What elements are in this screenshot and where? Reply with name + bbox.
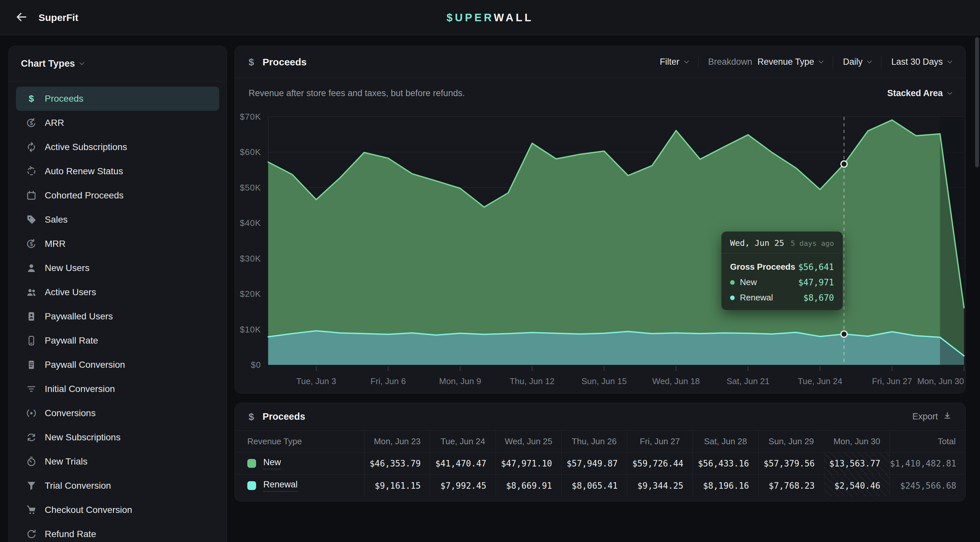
table-col-header: Fri, Jun 27: [627, 430, 692, 452]
table-cell: $7,768.23: [758, 474, 824, 497]
sidebar-item-label: New Users: [45, 263, 89, 273]
granularity-dropdown[interactable]: Daily: [843, 57, 871, 67]
table-cell: $46,353.79: [364, 452, 430, 474]
chart-types-header[interactable]: Chart Types: [9, 46, 226, 81]
autorenew-icon: [26, 142, 37, 153]
top-bar: SuperFit $UPERWALL: [0, 0, 980, 35]
sidebar-item-label: Paywall Conversion: [45, 360, 125, 370]
stacked-area-chart[interactable]: $0$10K$20K$30K$40K$50K$60K$70KTue, Jun 3…: [235, 108, 966, 394]
table-total-cell: $245,566.68: [889, 474, 966, 497]
sidebar-item-label: Initial Conversion: [45, 384, 115, 394]
svg-text:Mon, Jun 30: Mon, Jun 30: [917, 376, 964, 386]
table-cell: $7,992.45: [430, 474, 496, 497]
arrow-left-icon: [14, 10, 29, 26]
sidebar-item-paywall-rate[interactable]: Paywall Rate: [16, 328, 219, 353]
sidebar-item-cohorted-proceeds[interactable]: Cohorted Proceeds: [16, 183, 219, 207]
table-col-header: Revenue Type: [235, 430, 364, 452]
table-cell: $13,563.77: [824, 452, 889, 474]
svg-text:$60K: $60K: [240, 147, 261, 157]
tooltip-row-renewal: Renewal $8,670: [730, 293, 834, 303]
table-cell: $47,971.10: [496, 452, 561, 474]
sidebar-item-active-users[interactable]: Active Users: [16, 280, 219, 304]
tooltip-header: Wed, Jun 25 5 days ago: [722, 232, 843, 253]
chart-types-sidebar: Chart Types $Proceeds$ARRActive Subscrip…: [8, 46, 227, 542]
target-icon: [26, 408, 37, 419]
superwall-logo: $UPERWALL: [447, 11, 533, 24]
sidebar-item-conversions[interactable]: Conversions: [16, 401, 219, 425]
chevron-down-icon: [819, 59, 824, 64]
cart-icon: [26, 504, 37, 515]
chart-type-dropdown[interactable]: Stacked Area: [887, 88, 951, 99]
proceeds-table-panel: $ Proceeds Export Revenue TypeMon, Jun 2…: [235, 403, 966, 502]
table-col-header: Thu, Jun 26: [561, 430, 627, 452]
sidebar-item-label: Trial Conversion: [45, 481, 111, 491]
sidebar-item-proceeds[interactable]: $Proceeds: [16, 87, 219, 111]
table-cell: $57,379.56: [758, 452, 824, 474]
filter-dropdown[interactable]: Filter: [660, 57, 688, 67]
sidebar-item-new-subscriptions[interactable]: New Subscriptions: [16, 425, 219, 450]
sidebar-item-label: Sales: [45, 214, 68, 225]
chart-subtitle: Revenue after store fees and taxes, but …: [248, 88, 465, 99]
back-button[interactable]: [14, 10, 29, 25]
breakdown-dropdown[interactable]: Breakdown Revenue Type: [708, 57, 823, 67]
sidebar-item-label: New Subscriptions: [45, 432, 121, 443]
tag-icon: [26, 214, 37, 225]
sidebar-item-label: Paywall Rate: [45, 335, 98, 346]
tooltip-row-new: New $47,971: [730, 277, 834, 287]
user-icon: [26, 263, 37, 274]
date-range-dropdown[interactable]: Last 30 Days: [891, 57, 951, 67]
sidebar-item-label: MRR: [45, 239, 66, 249]
tooltip-row-gross: Gross Proceeds $56,641: [730, 262, 834, 272]
table-col-header: Mon, Jun 30: [824, 430, 889, 452]
sidebar-item-new-users[interactable]: New Users: [16, 256, 219, 280]
sidebar-item-active-subscriptions[interactable]: Active Subscriptions: [16, 135, 219, 159]
tooltip-relative-time: 5 days ago: [791, 239, 834, 247]
svg-text:$40K: $40K: [240, 218, 261, 228]
dollar-icon: $: [248, 57, 254, 68]
timer-icon: [26, 456, 37, 467]
sidebar-item-paywalled-users[interactable]: Paywalled Users: [16, 304, 219, 328]
svg-text:Fri, Jun 6: Fri, Jun 6: [371, 376, 406, 386]
sidebar-item-arr[interactable]: $ARR: [16, 111, 219, 135]
table-cell: $8,065.41: [561, 474, 627, 497]
chart-panel-header: $ Proceeds Filter Breakdown Revenue Type…: [235, 46, 965, 78]
sidebar-item-label: Checkout Conversion: [45, 505, 132, 515]
sidebar-item-auto-renew-status[interactable]: Auto Renew Status: [16, 159, 219, 183]
chart-panel-title: Proceeds: [262, 57, 307, 68]
renewal-series-dot: [730, 295, 735, 300]
sidebar-item-sales[interactable]: Sales: [16, 207, 219, 232]
funnel-icon: [26, 480, 37, 491]
export-button[interactable]: Export: [912, 411, 951, 422]
series-label[interactable]: Renewal: [263, 480, 298, 492]
proceeds-table: Revenue TypeMon, Jun 23Tue, Jun 24Wed, J…: [235, 430, 965, 497]
sidebar-item-refund-rate[interactable]: Refund Rate: [16, 522, 219, 542]
logo-secondary: WALL: [493, 11, 533, 24]
table-col-header: Wed, Jun 25: [496, 430, 561, 452]
page-scrollbar[interactable]: [975, 37, 979, 167]
table-col-header: Total: [889, 430, 966, 452]
sidebar-item-label: Paywalled Users: [45, 311, 113, 322]
sidebar-item-mrr[interactable]: $MRR: [16, 232, 219, 256]
sidebar-item-label: Conversions: [45, 408, 96, 418]
table-cell: $9,344.25: [627, 474, 692, 497]
chart-types-title: Chart Types: [21, 58, 75, 69]
svg-text:Tue, Jun 3: Tue, Jun 3: [296, 376, 336, 386]
svg-text:$50K: $50K: [240, 183, 261, 193]
sidebar-item-paywall-conversion[interactable]: Paywall Conversion: [16, 353, 219, 377]
tooltip-body: Gross Proceeds $56,641 New $47,971 Renew…: [722, 253, 843, 310]
sidebar-item-trial-conversion[interactable]: Trial Conversion: [16, 473, 219, 498]
refresh-icon: [26, 432, 37, 443]
users-icon: [26, 287, 37, 298]
table-row-label-renewal: Renewal: [235, 474, 364, 497]
sidebar-item-new-trials[interactable]: New Trials: [16, 450, 219, 473]
sidebar-item-initial-conversion[interactable]: Initial Conversion: [16, 377, 219, 401]
series-label[interactable]: New: [263, 458, 281, 469]
logo-primary: $UPER: [447, 11, 493, 24]
svg-text:Sat, Jun 21: Sat, Jun 21: [727, 376, 770, 386]
table-cell: $8,196.16: [692, 474, 758, 497]
sidebar-item-checkout-conversion[interactable]: Checkout Conversion: [16, 498, 219, 522]
sidebar-item-label: Cohorted Proceeds: [45, 190, 124, 201]
download-icon: [943, 411, 951, 422]
phone-icon: [26, 335, 37, 346]
svg-text:Sun, Jun 15: Sun, Jun 15: [581, 376, 627, 386]
